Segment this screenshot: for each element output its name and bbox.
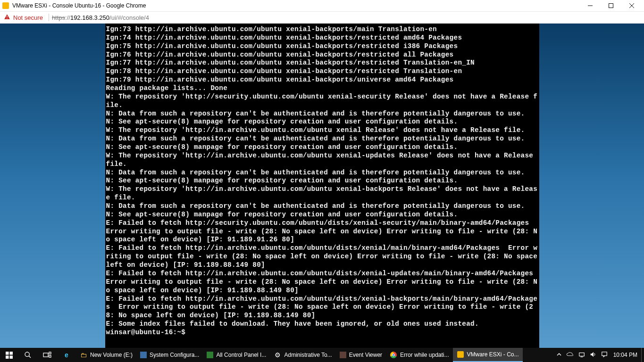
svg-rect-4 (7, 16, 7, 17)
warning-icon (4, 14, 10, 22)
taskbar-clock[interactable]: 10:04 PM (610, 352, 641, 358)
taskbar-item-event-viewer[interactable]: Event Viewer (336, 348, 386, 362)
admin-tools-icon: ⚙ (274, 351, 281, 359)
svg-rect-17 (602, 352, 607, 355)
security-indicator[interactable]: Not secure (3, 14, 46, 22)
edge-icon: e (63, 351, 70, 359)
search-button[interactable] (18, 348, 37, 362)
not-secure-label: Not secure (13, 14, 43, 21)
svg-rect-9 (9, 355, 13, 359)
close-button[interactable] (621, 0, 642, 11)
taskbar-item-label: New Volume (E:) (90, 352, 133, 358)
action-center-icon[interactable] (601, 351, 608, 359)
task-view-button[interactable] (37, 348, 57, 362)
volume-icon[interactable] (590, 351, 596, 359)
chrome-titlebar: VMware ESXi - Console Ubuntu-16 - Google… (0, 0, 644, 11)
url-text[interactable]: https://192.168.3.250/ui/#/console/4 (52, 14, 149, 21)
svg-point-10 (25, 352, 29, 356)
taskbar-item-vmware-esxi[interactable]: VMware ESXi - Co... (453, 348, 523, 362)
taskbar-item-chrome-error[interactable]: Error while updati... (386, 348, 452, 362)
system-config-icon (140, 352, 147, 358)
svg-rect-5 (7, 18, 7, 18)
taskbar-item-label: Event Viewer (349, 352, 382, 358)
divider (49, 14, 49, 21)
window-title: VMware ESXi - Console Ubuntu-16 - Google… (12, 2, 146, 9)
vmware-icon (457, 351, 464, 358)
taskbar-item-admin-tools[interactable]: ⚙ Administrative To... (270, 348, 335, 362)
taskbar-item-new-volume[interactable]: 🗀 New Volume (E:) (76, 348, 136, 362)
chrome-icon (390, 351, 397, 359)
maximize-button[interactable] (601, 0, 621, 11)
svg-rect-15 (579, 353, 584, 356)
minimize-button[interactable] (580, 0, 601, 11)
address-bar[interactable]: Not secure https://192.168.3.250/ui/#/co… (0, 11, 644, 24)
vmware-icon (2, 2, 9, 9)
svg-rect-6 (6, 352, 9, 355)
url-path: /ui/#/console/4 (109, 14, 149, 21)
folder-icon: 🗀 (80, 351, 87, 359)
taskbar-item-label: Administrative To... (284, 352, 332, 358)
start-button[interactable] (0, 348, 18, 362)
control-panel-icon (207, 352, 213, 358)
url-scheme: https (52, 14, 65, 21)
taskbar-item-label: Error while updati... (400, 352, 449, 358)
edge-button[interactable]: e (57, 348, 76, 362)
svg-line-11 (29, 356, 31, 358)
vm-console[interactable]: Ign:73 http://in.archive.ubuntu.com/ubun… (105, 24, 539, 362)
browser-viewport: Ign:73 http://in.archive.ubuntu.com/ubun… (0, 24, 644, 362)
svg-rect-7 (9, 352, 13, 355)
taskbar-item-control-panel[interactable]: All Control Panel I... (203, 348, 270, 362)
svg-rect-13 (49, 352, 51, 354)
network-icon[interactable] (578, 351, 585, 359)
svg-rect-1 (609, 4, 613, 8)
taskbar-item-system-config[interactable]: System Configura... (136, 348, 203, 362)
svg-rect-14 (49, 355, 51, 357)
windows-taskbar: e 🗀 New Volume (E:) System Configura... … (0, 348, 644, 362)
system-tray[interactable] (555, 351, 610, 359)
show-desktop-button[interactable] (641, 348, 644, 362)
taskbar-item-label: VMware ESXi - Co... (467, 351, 519, 358)
tray-overflow-icon[interactable] (557, 352, 561, 358)
svg-rect-8 (6, 355, 9, 359)
url-scheme-sep: :// (65, 14, 70, 21)
taskbar-item-label: All Control Panel I... (216, 352, 266, 358)
taskbar-item-label: System Configura... (150, 352, 199, 358)
url-host: 192.168.3.250 (70, 14, 109, 21)
event-viewer-icon (340, 352, 346, 358)
onedrive-icon[interactable] (566, 352, 574, 359)
svg-rect-12 (43, 353, 48, 357)
